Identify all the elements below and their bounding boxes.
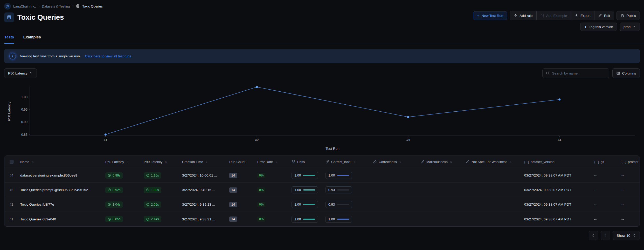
tab-tests[interactable]: Tests xyxy=(4,34,14,44)
column-label: git xyxy=(601,160,604,164)
run-count-badge: 14 xyxy=(229,202,237,207)
tag-this-version-button[interactable]: + Tag this version xyxy=(580,23,617,31)
p99-latency-pill-value: 1.89s xyxy=(151,188,159,192)
prompt-value: -- xyxy=(621,202,624,206)
clock-icon xyxy=(108,218,111,221)
row-number: #3 xyxy=(10,188,13,192)
column-header-correct-label[interactable]: Correct_label↑↓ xyxy=(321,156,369,168)
columns-label: Columns xyxy=(622,71,636,75)
table-row[interactable]: #4dataset versioning example:856cee90.99… xyxy=(4,168,640,183)
correct-label-score: 1.00 xyxy=(326,172,352,179)
org-avatar[interactable] xyxy=(4,3,11,10)
metric-select[interactable]: P50 Latency xyxy=(4,68,37,78)
globe-icon xyxy=(620,14,624,18)
dataset-icon xyxy=(76,4,80,8)
previous-page-button[interactable] xyxy=(589,231,598,240)
p50-latency-pill-value: 1.04s xyxy=(113,203,121,206)
edit-button[interactable]: Edit xyxy=(594,11,614,20)
edit-label: Edit xyxy=(604,14,610,18)
svg-text:#1: #1 xyxy=(104,138,107,142)
column-header-maliciousness[interactable]: Maliciousness↑↓ xyxy=(417,156,462,168)
column-header-not-safe-for-workiness[interactable]: Not Safe For Workiness↑↓ xyxy=(462,156,520,168)
new-test-run-button[interactable]: + New Test Run xyxy=(473,11,507,20)
table-row[interactable]: #1Toxic Queries:683e0400.85s2.14s3/27/20… xyxy=(4,212,640,226)
link-icon xyxy=(466,160,470,164)
column-header-name[interactable]: Name↑↓ xyxy=(16,156,101,168)
columns-icon xyxy=(616,71,620,75)
column-header-correctness[interactable]: Correctness↑↓ xyxy=(369,156,417,168)
column-header-run-count[interactable]: Run Count xyxy=(225,156,253,168)
row-number: #2 xyxy=(10,202,13,206)
columns-button[interactable]: Columns xyxy=(612,68,640,78)
column-label: P99 Latency xyxy=(144,160,162,164)
git-value: -- xyxy=(594,202,597,206)
sort-icon: ↑↓ xyxy=(450,160,452,164)
sort-desc-icon: ↓ xyxy=(205,160,207,164)
pass-score: 1.00 xyxy=(292,186,318,193)
tab-examples[interactable]: Examples xyxy=(23,34,41,44)
p99-latency-pill-value: 2.05s xyxy=(151,203,159,206)
column-header-p50-latency[interactable]: P50 Latency↑↓ xyxy=(101,156,140,168)
chevron-right-icon: › xyxy=(38,4,39,8)
correct-label-score-bar xyxy=(337,175,349,176)
add-rule-label: Add rule xyxy=(520,14,532,18)
column-label: P50 Latency xyxy=(105,160,124,164)
table-body: #4dataset versioning example:856cee90.99… xyxy=(4,168,640,226)
people-icon xyxy=(6,4,10,8)
search-input[interactable] xyxy=(552,71,606,75)
column-label: Creation Time xyxy=(182,160,203,164)
database-icon xyxy=(540,14,544,18)
table-row[interactable]: #3Toxic Queries prompt @8d80588e:b495152… xyxy=(4,183,640,197)
correct-label-score: 0.93 xyxy=(326,201,352,208)
dataset-actions-group: Add rule Add Example Export Edit xyxy=(510,11,614,20)
plus-icon: + xyxy=(584,25,587,29)
column-header-pass[interactable]: Pass xyxy=(287,156,321,168)
select-all-checkbox[interactable] xyxy=(10,160,13,164)
column-header-dataset-version[interactable]: {⋯}dataset_version xyxy=(520,156,590,168)
correct-label-score: 1.00 xyxy=(326,216,352,223)
breadcrumb-org[interactable]: LangChain Inc. xyxy=(13,4,36,8)
link-icon xyxy=(421,160,425,164)
version-select[interactable]: prod xyxy=(620,23,640,31)
column-header-p99-latency[interactable]: P99 Latency↑↓ xyxy=(140,156,178,168)
chart-controls: P50 Latency Columns xyxy=(4,68,640,78)
table-row[interactable]: #2Toxic Queries:fb8f77e1.04s2.05s3/27/20… xyxy=(4,197,640,212)
page-size-select[interactable]: Show 10 xyxy=(613,231,640,240)
breadcrumb-section[interactable]: Datasets & Testing xyxy=(42,4,70,8)
view-all-test-runs-link[interactable]: Click here to view all test runs xyxy=(85,54,131,58)
clock-icon xyxy=(108,203,111,206)
run-name: Toxic Queries:683e040 xyxy=(20,217,56,221)
error-rate-badge: 0% xyxy=(257,202,265,207)
correct-label-score-value: 1.00 xyxy=(328,173,335,177)
add-rule-button[interactable]: Add rule xyxy=(510,11,536,20)
next-page-button[interactable] xyxy=(601,231,610,240)
p99-latency-pill: 2.14s xyxy=(144,216,161,222)
column-header-error-rate[interactable]: Error Rate↑↓ xyxy=(253,156,287,168)
add-example-button: Add Example xyxy=(536,11,571,20)
page-title: Toxic Queries xyxy=(17,13,64,22)
svg-text:P50 Latency: P50 Latency xyxy=(7,102,11,121)
search-icon xyxy=(546,71,550,75)
page-header: Toxic Queries + New Test Run Add rule Ad… xyxy=(0,10,644,31)
clock-icon xyxy=(146,203,149,206)
git-value: -- xyxy=(594,188,597,192)
download-icon xyxy=(574,14,578,18)
p99-latency-pill-value: 1.16s xyxy=(151,174,159,177)
run-name: Toxic Queries:fb8f77e xyxy=(20,202,54,206)
sort-icon: ↑↓ xyxy=(510,160,511,164)
test-runs-table: Name↑↓P50 Latency↑↓P99 Latency↑↓Creation… xyxy=(4,156,640,227)
correct-label-score-bar xyxy=(337,219,349,220)
public-button[interactable]: Public xyxy=(617,11,640,20)
svg-text:0.85: 0.85 xyxy=(21,133,27,137)
clock-icon xyxy=(108,174,111,177)
select-all-cell xyxy=(4,156,16,168)
correct-label-score: 0.93 xyxy=(326,186,352,193)
svg-text:1.00: 1.00 xyxy=(21,95,27,99)
sort-icon: ↑↓ xyxy=(354,160,355,164)
export-button[interactable]: Export xyxy=(571,11,594,20)
column-header-prompt[interactable]: {⋯}prompt xyxy=(617,156,640,168)
column-header-git[interactable]: {⋯}git xyxy=(590,156,617,168)
sort-icon: ↑↓ xyxy=(399,160,401,164)
pass-score-bar xyxy=(303,175,315,176)
column-header-creation-time[interactable]: Creation Time↓ xyxy=(178,156,225,168)
